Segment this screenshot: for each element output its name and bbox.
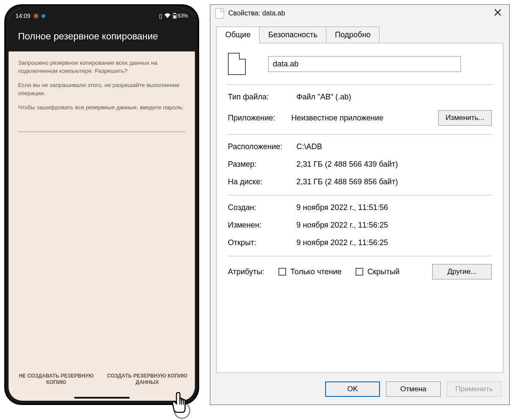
phone-device: 14:09 🔕 ▯ 63% Полное резервное копирован… [4,4,201,416]
wifi-icon [164,12,171,19]
window-title: Свойства: data.ab [228,9,285,17]
backup-body: Запрошено резервное копирование всех дан… [9,51,195,365]
value-location: C:\ADB [296,142,322,151]
page-title: Полное резервное копирование [9,23,195,51]
divider [228,256,492,256]
tab-general[interactable]: Общие [216,27,260,43]
backup-msg-2: Если вы не запрашивали этого, не разреша… [18,81,185,98]
change-app-button[interactable]: Изменить... [438,110,492,126]
label-location: Расположение: [228,142,296,151]
phone-screen: 14:09 🔕 ▯ 63% Полное резервное копирован… [9,9,195,401]
battery-percent: 63% [178,13,188,19]
tab-panel-general: Тип файла: Файл "AB" (.ab) Приложение: Н… [216,43,503,373]
notification-muted-icon: 🔕 [33,13,39,19]
sim-icon: ▯ [159,12,162,19]
status-bar: 14:09 🔕 ▯ 63% [9,9,195,23]
divider [228,84,492,85]
close-icon[interactable] [491,9,504,18]
value-app: Неизвестное приложение [291,114,383,123]
label-created: Создан: [228,203,296,212]
label-modified: Изменен: [228,221,296,230]
tab-security[interactable]: Безопасность [259,27,326,43]
checkbox-hidden[interactable] [356,268,363,276]
backup-actions: НЕ СОЗДАВАТЬ РЕЗЕРВНУЮ КОПИЮ СОЗДАТЬ РЕЗ… [9,365,195,401]
label-readonly: Только чтение [290,267,342,276]
label-app: Приложение: [228,114,291,123]
label-accessed: Открыт: [228,238,296,247]
status-time: 14:09 [15,12,30,19]
allow-backup-button[interactable]: СОЗДАТЬ РЕЗЕРВНУЮ КОПИЮ ДАННЫХ [104,369,191,390]
phone-frame: 14:09 🔕 ▯ 63% Полное резервное копирован… [4,4,199,405]
properties-window: Свойства: data.ab Общие Безопасность Под… [210,4,510,405]
nav-handle[interactable] [74,397,130,399]
label-file-type: Тип файла: [228,93,296,102]
ok-button[interactable]: OK [325,381,380,397]
label-attributes: Атрибуты: [228,267,274,276]
svg-point-3 [174,403,190,418]
apply-button[interactable]: Применить [447,381,502,397]
tab-details[interactable]: Подробно [326,27,380,43]
label-hidden: Скрытый [368,267,400,276]
status-dot-icon [42,14,45,18]
properties-content: Общие Безопасность Подробно Тип файла: Ф… [210,22,509,375]
divider [228,195,492,195]
filename-field[interactable] [268,56,461,72]
deny-backup-button[interactable]: НЕ СОЗДАВАТЬ РЕЗЕРВНУЮ КОПИЮ [13,369,100,390]
label-size-on-disk: На диске: [228,177,296,186]
value-file-type: Файл "AB" (.ab) [296,93,351,102]
other-attributes-button[interactable]: Другие... [432,264,492,279]
cancel-button[interactable]: Отмена [386,381,441,397]
value-size-on-disk: 2,31 ГБ (2 488 569 856 байт) [296,177,398,186]
password-field[interactable] [18,120,185,132]
label-size: Размер: [228,160,296,169]
file-icon [215,8,224,18]
attributes-row: Атрибуты: Только чтение Скрытый Другие..… [228,264,492,279]
checkbox-readonly[interactable] [278,268,286,276]
svg-rect-2 [173,15,176,18]
value-accessed: 9 ноября 2022 г., 11:56:25 [296,238,388,247]
value-created: 9 ноября 2022 г., 11:51:56 [296,203,388,212]
battery-icon: 63% [173,13,188,19]
value-size: 2,31 ГБ (2 488 566 439 байт) [296,160,398,169]
backup-msg-3: Чтобы зашифровать все резервные данные, … [18,104,185,112]
file-icon [228,53,246,75]
tabs: Общие Безопасность Подробно [216,26,503,43]
backup-msg-1: Запрошено резервное копирование всех дан… [18,59,185,75]
dialog-footer: OK Отмена Применить [210,375,509,405]
svg-rect-1 [174,13,176,14]
titlebar: Свойства: data.ab [210,5,509,22]
divider [228,134,492,135]
value-modified: 9 ноября 2022 г., 11:56:25 [296,221,388,230]
